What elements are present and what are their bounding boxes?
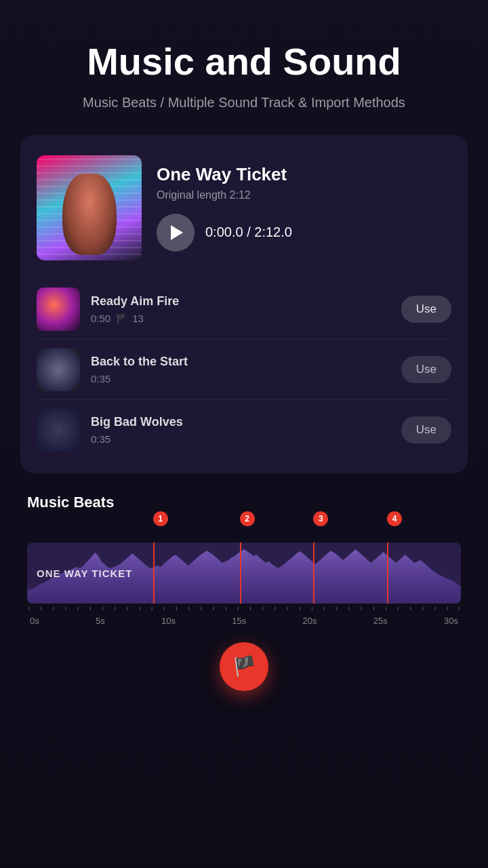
beat-badge-1: 1 bbox=[153, 511, 168, 526]
svg-rect-22 bbox=[300, 606, 300, 610]
svg-rect-18 bbox=[250, 606, 251, 610]
svg-rect-5 bbox=[90, 606, 91, 610]
now-playing-section: One Way Ticket Original length 2:12 0:00… bbox=[37, 155, 451, 260]
timeline-label-25s: 25s bbox=[373, 616, 388, 626]
beat-badge-2: 2 bbox=[240, 511, 255, 526]
svg-rect-10 bbox=[152, 606, 152, 610]
svg-rect-34 bbox=[447, 606, 448, 610]
track-duration-0: 0:50 bbox=[91, 313, 110, 324]
timeline-label-5s: 5s bbox=[96, 616, 105, 626]
track-title: One Way Ticket bbox=[157, 164, 451, 185]
track-details-0: Ready Aim Fire 0:50 🏴 13 bbox=[91, 294, 390, 324]
timeline-label-15s: 15s bbox=[232, 616, 246, 626]
svg-rect-13 bbox=[188, 606, 189, 610]
beat-line-1 bbox=[153, 542, 155, 604]
track-name-1: Back to the Start bbox=[91, 355, 390, 369]
timeline-label-30s: 30s bbox=[444, 616, 458, 626]
fab-flag-icon: 🏴 bbox=[232, 655, 256, 677]
fab-flag-button[interactable]: 🏴 bbox=[220, 642, 268, 691]
main-card: One Way Ticket Original length 2:12 0:00… bbox=[20, 135, 468, 473]
beat-marker-3: 3 bbox=[313, 511, 328, 526]
svg-rect-0 bbox=[28, 606, 29, 610]
beat-badge-3: 3 bbox=[313, 511, 328, 526]
svg-rect-14 bbox=[201, 606, 201, 610]
track-name-2: Big Bad Wolves bbox=[91, 415, 390, 429]
beat-marker-4: 4 bbox=[387, 511, 402, 526]
track-meta-1: 0:35 bbox=[91, 373, 390, 384]
svg-rect-1 bbox=[41, 606, 41, 610]
svg-rect-4 bbox=[78, 606, 79, 610]
time-separator: / bbox=[247, 224, 254, 239]
timeline-label-0s: 0s bbox=[30, 616, 39, 626]
track-item: Ready Aim Fire 0:50 🏴 13 Use bbox=[37, 279, 451, 340]
svg-rect-19 bbox=[262, 606, 263, 610]
track-list: Ready Aim Fire 0:50 🏴 13 Use Back to the… bbox=[37, 279, 451, 460]
fab-container: 🏴 bbox=[20, 642, 468, 691]
beat-line-4 bbox=[387, 542, 388, 604]
svg-rect-12 bbox=[176, 606, 177, 610]
svg-rect-9 bbox=[140, 606, 140, 610]
svg-rect-23 bbox=[312, 606, 312, 610]
beat-badge-4: 4 bbox=[387, 511, 402, 526]
beats-title: Music Beats bbox=[27, 494, 461, 511]
svg-rect-11 bbox=[164, 606, 165, 610]
track-meta-2: 0:35 bbox=[91, 433, 390, 445]
svg-rect-32 bbox=[422, 606, 423, 610]
track-thumbnail-2 bbox=[37, 408, 80, 452]
face-silhouette bbox=[62, 174, 117, 255]
svg-rect-30 bbox=[398, 606, 399, 610]
use-button-2[interactable]: Use bbox=[401, 416, 451, 443]
svg-rect-17 bbox=[238, 606, 239, 610]
svg-rect-21 bbox=[287, 606, 288, 610]
svg-rect-2 bbox=[53, 606, 54, 610]
track-info: One Way Ticket Original length 2:12 0:00… bbox=[157, 164, 451, 252]
track-thumbnail-0 bbox=[37, 288, 80, 331]
track-duration-1: 0:35 bbox=[91, 373, 110, 384]
track-duration-2: 0:35 bbox=[91, 433, 110, 445]
flag-icon-0: 🏴 bbox=[116, 313, 127, 323]
beat-marker-1: 1 bbox=[153, 511, 168, 526]
track-name-0: Ready Aim Fire bbox=[91, 294, 390, 309]
svg-rect-3 bbox=[66, 606, 66, 610]
svg-rect-7 bbox=[115, 606, 115, 610]
svg-rect-33 bbox=[435, 606, 436, 610]
beats-track-label: ONE WAY TICKET bbox=[37, 567, 133, 578]
page-subtitle: Music Beats / Multiple Sound Track & Imp… bbox=[83, 95, 405, 111]
svg-rect-35 bbox=[459, 606, 460, 610]
track-item: Back to the Start 0:35 Use bbox=[37, 340, 451, 400]
svg-rect-24 bbox=[324, 606, 325, 610]
track-details-2: Big Bad Wolves 0:35 bbox=[91, 415, 390, 445]
timeline-labels-row: 0s 5s 10s 15s 20s 25s 30s bbox=[27, 614, 461, 626]
svg-rect-26 bbox=[348, 606, 349, 610]
svg-rect-28 bbox=[373, 606, 374, 610]
svg-rect-29 bbox=[386, 606, 386, 610]
track-meta-0: 0:50 🏴 13 bbox=[91, 313, 390, 324]
use-button-0[interactable]: Use bbox=[401, 296, 451, 323]
svg-rect-8 bbox=[127, 606, 127, 610]
play-button[interactable] bbox=[157, 214, 195, 252]
track-length: Original length 2:12 bbox=[157, 189, 451, 201]
timeline-label-10s: 10s bbox=[161, 616, 176, 626]
page-wrapper: Music and Sound Music Beats / Multiple S… bbox=[0, 0, 488, 868]
waveform-container[interactable]: ONE WAY TICKET bbox=[27, 542, 461, 604]
svg-rect-15 bbox=[214, 606, 214, 610]
track-flags-0: 13 bbox=[132, 313, 144, 324]
beats-container: 1 2 3 4 ONE WAY TICKET bbox=[27, 524, 461, 626]
svg-rect-31 bbox=[410, 606, 411, 610]
use-button-1[interactable]: Use bbox=[401, 356, 451, 383]
album-art-visual bbox=[37, 155, 142, 260]
player-controls: 0:00.0 / 2:12.0 bbox=[157, 214, 451, 252]
svg-rect-20 bbox=[274, 606, 275, 610]
svg-rect-27 bbox=[361, 606, 362, 610]
svg-rect-25 bbox=[336, 606, 337, 610]
track-thumbnail-1 bbox=[37, 348, 80, 391]
album-art bbox=[37, 155, 142, 260]
beats-section: Music Beats 1 2 3 4 bbox=[20, 494, 468, 626]
time-current: 0:00.0 bbox=[205, 224, 243, 239]
markers-row: 1 2 3 4 bbox=[27, 524, 461, 542]
svg-rect-16 bbox=[226, 606, 226, 610]
time-display: 0:00.0 / 2:12.0 bbox=[205, 224, 292, 240]
page-title: Music and Sound bbox=[87, 41, 401, 83]
track-details-1: Back to the Start 0:35 bbox=[91, 355, 390, 384]
beat-line-2 bbox=[240, 542, 241, 604]
